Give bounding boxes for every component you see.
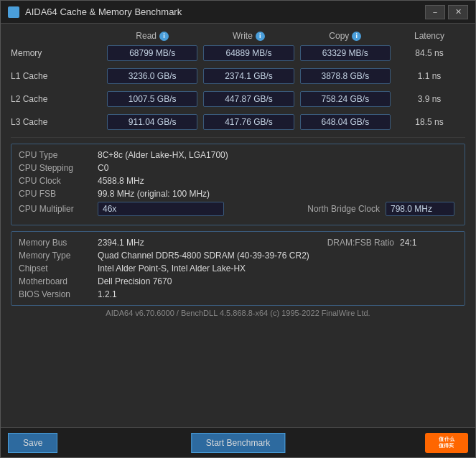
motherboard-value: Dell Precision 7670 (98, 276, 457, 286)
north-bridge-value: 798.0 MHz (386, 202, 454, 216)
copy-info-icon[interactable]: i (352, 32, 361, 41)
cpu-stepping-label: CPU Stepping (19, 163, 98, 173)
latency-header: Latency (393, 31, 465, 41)
chipset-row: Chipset Intel Alder Point-S, Intel Alder… (19, 263, 457, 274)
copy-header: Copy i (297, 31, 393, 41)
bench-label: L3 Cache (11, 117, 104, 127)
bottom-bar: Save Start Benchmark 值·什么值得买 (1, 427, 475, 457)
benchmark-rows: Memory 68799 MB/s 64889 MB/s 63329 MB/s … (11, 45, 465, 130)
bench-latency-value: 18.5 ns (393, 117, 465, 127)
cpu-fsb-value: 99.8 MHz (original: 100 MHz) (98, 189, 457, 199)
bench-copy-value: 3878.8 GB/s (300, 68, 391, 84)
cpu-clock-value: 4588.8 MHz (98, 176, 457, 186)
bench-latency-value: 84.5 ns (393, 48, 465, 58)
read-info-icon[interactable]: i (159, 32, 169, 41)
app-icon (8, 6, 19, 18)
cpu-type-value: 8C+8c (Alder Lake-HX, LGA1700) (98, 150, 457, 160)
bench-write-value: 64889 MB/s (203, 45, 294, 61)
title-bar: AIDA64 Cache & Memory Benchmark − ✕ (1, 1, 475, 24)
bench-latency-value: 1.1 ns (393, 71, 465, 81)
write-header: Write i (200, 31, 297, 41)
memory-type-value: Quad Channel DDR5-4800 SDRAM (40-39-39-7… (98, 251, 457, 261)
benchmark-row: L2 Cache 1007.5 GB/s 447.87 GB/s 758.24 … (11, 91, 465, 107)
bench-write-value: 447.87 GB/s (203, 91, 294, 107)
cpu-multiplier-label: CPU Multiplier (19, 204, 98, 214)
chipset-value: Intel Alder Point-S, Intel Alder Lake-HX (98, 263, 457, 274)
dram-fsb-label: DRAM:FSB Ratio (213, 238, 400, 248)
memory-bus-label: Memory Bus (19, 238, 98, 248)
bench-read-value: 3236.0 GB/s (107, 68, 197, 84)
north-bridge-label: North Bridge Clock (227, 204, 386, 214)
bench-write-value: 2374.1 GB/s (203, 68, 294, 84)
bench-write-value: 417.76 GB/s (203, 114, 294, 130)
watermark-logo: 值·什么值得买 (425, 433, 468, 453)
window-controls: − ✕ (425, 5, 468, 19)
bench-copy-value: 758.24 GB/s (300, 91, 391, 107)
read-header: Read i (104, 31, 200, 41)
window-title: AIDA64 Cache & Memory Benchmark (25, 6, 425, 17)
bench-label: L1 Cache (11, 71, 104, 81)
cpu-type-label: CPU Type (19, 150, 98, 160)
cpu-clock-row: CPU Clock 4588.8 MHz (19, 176, 457, 186)
cpu-multiplier-value: 46x (98, 202, 224, 216)
bios-value: 1.2.1 (98, 289, 457, 299)
motherboard-row: Motherboard Dell Precision 7670 (19, 276, 457, 286)
main-window: AIDA64 Cache & Memory Benchmark − ✕ Read… (0, 0, 476, 458)
cpu-fsb-row: CPU FSB 99.8 MHz (original: 100 MHz) (19, 189, 457, 199)
watermark-area: 值·什么值得买 (425, 433, 468, 453)
bottom-bar-inner: Save Start Benchmark 值·什么值得买 (8, 433, 468, 453)
footer-text: AIDA64 v6.70.6000 / BenchDLL 4.5.868.8-x… (11, 306, 465, 320)
bios-label: BIOS Version (19, 289, 98, 299)
bench-read-value: 1007.5 GB/s (107, 91, 197, 107)
bench-latency-value: 3.9 ns (393, 94, 465, 104)
benchmark-row: L1 Cache 3236.0 GB/s 2374.1 GB/s 3878.8 … (11, 68, 465, 84)
memory-bus-value: 2394.1 MHz (98, 238, 213, 248)
write-info-icon[interactable]: i (256, 32, 265, 41)
memory-type-row: Memory Type Quad Channel DDR5-4800 SDRAM… (19, 251, 457, 261)
column-headers: Read i Write i Copy i Latency (11, 31, 465, 41)
content-area: Read i Write i Copy i Latency Memory 687… (1, 24, 475, 427)
cpu-multiplier-row: CPU Multiplier 46x North Bridge Clock 79… (19, 202, 457, 216)
divider-1 (11, 137, 465, 138)
close-button[interactable]: ✕ (448, 5, 468, 19)
benchmark-row: L3 Cache 911.04 GB/s 417.76 GB/s 648.04 … (11, 114, 465, 130)
bench-read-value: 911.04 GB/s (107, 114, 197, 130)
bench-copy-value: 648.04 GB/s (300, 114, 391, 130)
cpu-stepping-row: CPU Stepping C0 (19, 163, 457, 173)
bench-copy-value: 63329 MB/s (300, 45, 391, 61)
bench-read-value: 68799 MB/s (107, 45, 197, 61)
bench-label: L2 Cache (11, 94, 104, 104)
memory-type-label: Memory Type (19, 251, 98, 261)
memory-info-section: Memory Bus 2394.1 MHz DRAM:FSB Ratio 24:… (11, 231, 465, 306)
cpu-clock-label: CPU Clock (19, 176, 98, 186)
bios-row: BIOS Version 1.2.1 (19, 289, 457, 299)
motherboard-label: Motherboard (19, 276, 98, 286)
dram-fsb-value: 24:1 (400, 238, 457, 248)
cpu-stepping-value: C0 (98, 163, 457, 173)
benchmark-row: Memory 68799 MB/s 64889 MB/s 63329 MB/s … (11, 45, 465, 61)
start-benchmark-button[interactable]: Start Benchmark (191, 433, 285, 453)
save-button[interactable]: Save (8, 433, 57, 453)
chipset-label: Chipset (19, 263, 98, 274)
cpu-info-section: CPU Type 8C+8c (Alder Lake-HX, LGA1700) … (11, 144, 465, 225)
cpu-type-row: CPU Type 8C+8c (Alder Lake-HX, LGA1700) (19, 150, 457, 160)
minimize-button[interactable]: − (425, 5, 445, 19)
bench-label: Memory (11, 48, 104, 58)
cpu-fsb-label: CPU FSB (19, 189, 98, 199)
memory-bus-row: Memory Bus 2394.1 MHz DRAM:FSB Ratio 24:… (19, 238, 457, 248)
